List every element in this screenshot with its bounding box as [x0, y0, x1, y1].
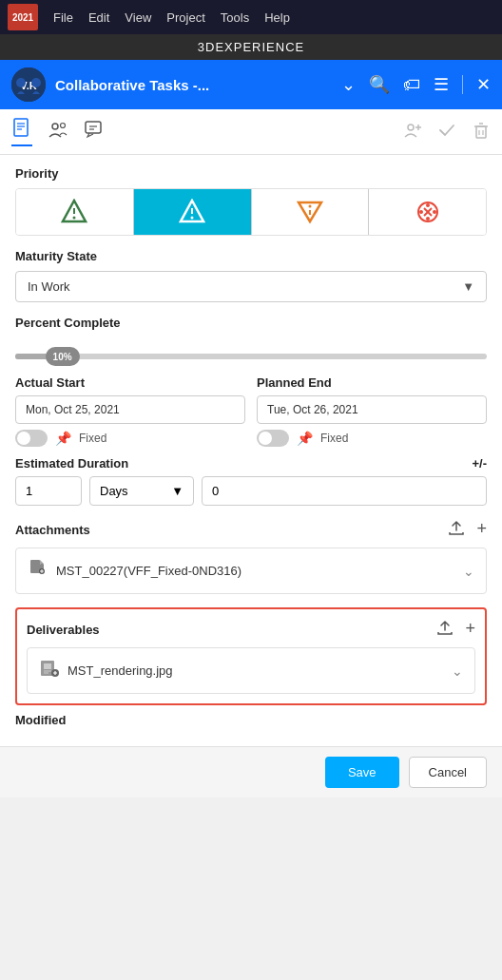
attachment-file-icon — [28, 558, 48, 584]
actual-start-input[interactable]: Mon, Oct 25, 2021 — [15, 395, 245, 424]
attachments-upload-icon[interactable] — [448, 519, 465, 540]
planned-end-input[interactable]: Tue, Oct 26, 2021 — [257, 395, 487, 424]
svg-point-9 — [61, 124, 66, 128]
estimated-duration-label: Estimated Duration — [15, 456, 128, 471]
priority-label: Priority — [15, 166, 487, 181]
percent-slider[interactable]: 10% — [15, 345, 487, 368]
slider-thumb[interactable]: 10% — [46, 347, 80, 366]
svg-rect-37 — [30, 560, 40, 573]
attachments-label: Attachments — [15, 523, 448, 537]
actual-start-toggle[interactable] — [15, 430, 48, 447]
svg-point-8 — [52, 124, 58, 129]
deliverable-file-name: MST_rendering.jpg — [68, 663, 173, 678]
actual-start-fixed-row: 📌 Fixed — [15, 430, 245, 447]
menu-project[interactable]: Project — [166, 10, 204, 25]
deliverable-chevron-icon: ⌄ — [452, 663, 463, 679]
toolbar-chat-icon[interactable] — [84, 119, 105, 144]
pm-input[interactable]: 0 — [202, 476, 487, 506]
close-icon[interactable]: ✕ — [476, 74, 491, 95]
deliverable-file-info: MST_rendering.jpg — [39, 658, 173, 683]
deliverables-actions: + — [436, 619, 475, 640]
menu-file[interactable]: File — [53, 10, 73, 25]
duration-unit-select[interactable]: Days ▼ — [89, 476, 194, 506]
menu-tools[interactable]: Tools — [221, 10, 249, 25]
maturity-select[interactable]: In Work ▼ — [15, 271, 487, 302]
pin-icon-start: 📌 — [55, 431, 71, 446]
planned-end-toggle[interactable] — [257, 430, 289, 447]
toggle-knob-end — [259, 432, 272, 445]
svg-point-3 — [31, 78, 41, 87]
deliverables-section-wrapper: Deliverables + — [15, 607, 487, 705]
toolbar-document-icon[interactable] — [11, 117, 32, 146]
svg-point-23 — [73, 217, 76, 220]
actual-start-col: Actual Start Mon, Oct 25, 2021 📌 Fixed — [15, 375, 245, 447]
dropdown-icon[interactable]: ⌄ — [341, 74, 356, 95]
svg-marker-38 — [40, 560, 44, 564]
estimated-duration-section: Estimated Duration +/- 1 Days ▼ 0 — [15, 456, 487, 506]
deliverables-upload-icon[interactable] — [436, 619, 454, 640]
app-title: 3DEXPERIENCE — [198, 40, 304, 54]
toolbar-people-icon[interactable] — [48, 119, 68, 144]
svg-point-2 — [16, 78, 26, 87]
attachment-file-info: MST_00227(VFF_Fixed-0ND316) — [28, 558, 241, 584]
priority-btn-green[interactable] — [16, 189, 134, 235]
menu-icon[interactable]: ☰ — [434, 74, 449, 95]
app-title: Collaborative Tasks -... — [55, 77, 332, 93]
duration-row: 1 Days ▼ 0 — [15, 476, 487, 506]
svg-point-34 — [426, 217, 430, 221]
svg-rect-16 — [476, 126, 486, 138]
check-icon[interactable] — [437, 121, 456, 144]
app-logo: 2021 — [8, 4, 38, 30]
priority-btn-red[interactable] — [369, 189, 486, 235]
deliverable-file-icon — [39, 658, 60, 683]
deliverables-add-icon[interactable]: + — [465, 619, 475, 640]
pm-label: +/- — [472, 456, 487, 471]
avatar: V.R — [11, 67, 46, 102]
priority-buttons — [15, 188, 487, 236]
toggle-knob — [17, 432, 30, 445]
app-header: V.R Collaborative Tasks -... ⌄ 🔍 🏷 ☰ ✕ — [0, 60, 502, 109]
svg-point-33 — [426, 203, 430, 207]
modified-label: Modified — [15, 713, 66, 727]
pin-icon-end: 📌 — [297, 431, 313, 446]
maturity-label: Maturity State — [15, 249, 487, 263]
menu-edit[interactable]: Edit — [88, 10, 109, 25]
deliverables-header-row: Deliverables + — [27, 619, 475, 640]
duration-number-input[interactable]: 1 — [15, 476, 82, 506]
search-icon[interactable]: 🔍 — [369, 74, 390, 95]
slider-track: 10% — [15, 354, 487, 359]
svg-point-35 — [419, 210, 423, 214]
add-user-icon[interactable] — [403, 121, 422, 144]
svg-point-36 — [433, 210, 436, 214]
toolbar-right-icons — [403, 121, 491, 144]
trash-icon[interactable] — [472, 121, 491, 144]
attachment-chevron-icon: ⌄ — [463, 564, 474, 579]
menu-items: File Edit View Project Tools Help — [53, 10, 290, 25]
percent-complete-label: Percent Complete — [15, 316, 487, 330]
attachments-add-icon[interactable]: + — [476, 519, 487, 540]
footer: Save Cancel — [0, 746, 502, 797]
attachment-file-name: MST_00227(VFF_Fixed-0ND316) — [56, 564, 241, 578]
app-header-icons: ⌄ 🔍 🏷 ☰ ✕ — [341, 74, 491, 95]
toolbar — [0, 109, 502, 155]
actual-start-label: Actual Start — [15, 375, 245, 390]
date-row: Actual Start Mon, Oct 25, 2021 📌 Fixed P… — [15, 375, 487, 447]
header-divider — [462, 75, 463, 94]
attachments-actions: + — [448, 519, 487, 540]
menu-bar: 2021 File Edit View Project Tools Help — [0, 0, 502, 34]
priority-btn-orange[interactable] — [252, 189, 370, 235]
tag-icon[interactable]: 🏷 — [403, 75, 420, 95]
deliverables-section: Deliverables + — [15, 607, 487, 705]
modified-section: Modified — [15, 713, 487, 735]
fixed-label-start: Fixed — [79, 432, 106, 445]
svg-rect-4 — [14, 119, 28, 136]
priority-btn-blue[interactable] — [134, 189, 252, 235]
menu-view[interactable]: View — [125, 10, 151, 25]
planned-end-label: Planned End — [257, 375, 487, 390]
menu-help[interactable]: Help — [264, 10, 290, 25]
deliverable-file-row[interactable]: MST_rendering.jpg ⌄ — [27, 647, 475, 694]
content-area: Priority — [0, 155, 502, 746]
cancel-button[interactable]: Cancel — [409, 757, 487, 788]
save-button[interactable]: Save — [325, 757, 399, 788]
attachment-file-row[interactable]: MST_00227(VFF_Fixed-0ND316) ⌄ — [15, 548, 487, 594]
